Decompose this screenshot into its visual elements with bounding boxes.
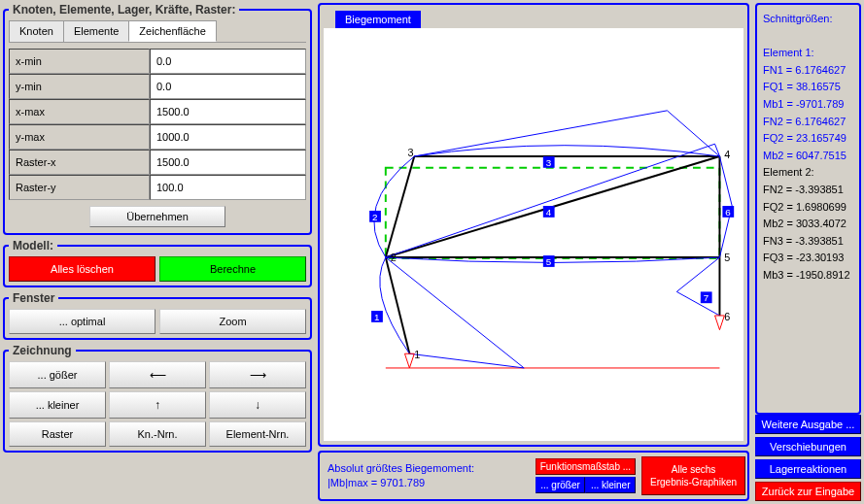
compute-button[interactable]: Berechne — [159, 256, 306, 282]
footer-bar: Absolut größtes Biegemoment: |Mb|max = 9… — [318, 451, 749, 501]
max-moment-readout: Absolut größtes Biegemoment: |Mb|max = 9… — [322, 461, 530, 491]
drawing-legend: Zeichnung — [9, 344, 76, 357]
svg-text:1: 1 — [414, 349, 420, 360]
results-panel: Schnittgrößen: Element 1: FN1 = 6.176462… — [755, 3, 861, 415]
arrow-right-icon: ⟶ — [250, 368, 266, 382]
zoom-button[interactable]: Zoom — [159, 309, 306, 334]
svg-text:1: 1 — [374, 312, 379, 322]
pan-right-button[interactable]: ⟶ — [209, 361, 306, 388]
element-numbers-button[interactable]: Element-Nrn. — [209, 421, 306, 447]
zeichenflaeche-form: x-min y-min x-max y-max Raster-x Raster-… — [9, 49, 306, 200]
input-xmax[interactable] — [150, 99, 306, 124]
main-legend: Knoten, Elemente, Lager, Kräfte, Raster: — [9, 3, 239, 17]
pan-left-button[interactable]: ⟵ — [109, 361, 206, 388]
model-legend: Modell: — [9, 239, 57, 252]
action-buttons: Weitere Ausgabe ... Verschiebungen Lager… — [755, 415, 861, 501]
tab-zeichenflaeche[interactable]: Zeichenfläche — [128, 20, 217, 42]
diagram-title: Biegemoment — [335, 11, 421, 28]
tab-bar: Knoten Elemente Zeichenfläche — [9, 20, 306, 43]
tab-knoten[interactable]: Knoten — [9, 20, 64, 42]
svg-text:5: 5 — [724, 252, 730, 263]
reactions-button[interactable]: Lagerreaktionen — [755, 459, 861, 479]
arrow-up-icon: ↑ — [155, 398, 160, 412]
function-scale-button[interactable]: Funktionsmaßstab ... — [536, 458, 636, 475]
svg-text:4: 4 — [546, 207, 552, 218]
arrow-down-icon: ↓ — [255, 398, 260, 412]
pan-down-button[interactable]: ↓ — [209, 391, 306, 419]
window-legend: Fenster — [9, 291, 58, 305]
tab-elemente[interactable]: Elemente — [63, 20, 129, 42]
svg-text:3: 3 — [407, 147, 413, 158]
svg-text:4: 4 — [724, 149, 730, 160]
svg-text:6: 6 — [725, 207, 731, 218]
apply-button[interactable]: Übernehmen — [89, 206, 225, 227]
arrow-left-icon: ⟵ — [150, 368, 166, 382]
smaller-button[interactable]: ... kleiner — [9, 391, 106, 419]
input-ymin[interactable] — [150, 74, 306, 99]
input-xmin[interactable] — [150, 49, 306, 74]
svg-line-2 — [386, 257, 410, 353]
drawing-panel: Zeichnung ... gößer ⟵ ⟶ ... kleiner ↑ ↓ … — [3, 344, 312, 453]
svg-text:2: 2 — [391, 252, 397, 263]
window-panel: Fenster ... optimal Zoom — [3, 291, 312, 340]
svg-text:3: 3 — [546, 157, 552, 168]
svg-line-3 — [386, 156, 414, 257]
model-panel: Modell: Alles löschen Berechne — [3, 239, 312, 287]
svg-text:5: 5 — [546, 256, 552, 267]
svg-text:6: 6 — [724, 311, 730, 322]
delete-all-button[interactable]: Alles löschen — [9, 256, 156, 282]
main-input-panel: Knoten, Elemente, Lager, Kräfte, Raster:… — [3, 3, 312, 235]
input-rasterx[interactable] — [150, 150, 306, 175]
pan-up-button[interactable]: ↑ — [109, 391, 206, 419]
label-ymax: y-max — [9, 124, 150, 150]
displacements-button[interactable]: Verschiebungen — [755, 437, 861, 456]
raster-button[interactable]: Raster — [9, 421, 106, 447]
label-rastery: Raster-y — [9, 175, 150, 200]
svg-text:2: 2 — [372, 212, 377, 222]
label-rasterx: Raster-x — [9, 150, 150, 175]
scale-bigger-button[interactable]: ... größer — [536, 477, 586, 493]
all-six-graphics-button[interactable]: Alle sechs Ergebnis-Graphiken — [641, 456, 745, 495]
optimal-button[interactable]: ... optimal — [9, 309, 156, 334]
canvas-panel: Biegemoment — [318, 3, 749, 447]
node-numbers-button[interactable]: Kn.-Nrn. — [109, 421, 206, 447]
bigger-button[interactable]: ... gößer — [9, 361, 106, 388]
label-ymin: y-min — [9, 74, 150, 99]
input-ymax[interactable] — [150, 124, 306, 150]
label-xmin: x-min — [9, 49, 150, 74]
input-rastery[interactable] — [150, 175, 306, 200]
results-readout: Schnittgrößen: Element 1: FN1 = 6.176462… — [761, 9, 855, 286]
svg-text:7: 7 — [704, 292, 708, 303]
scale-smaller-button[interactable]: ... kleiner — [585, 477, 636, 493]
more-output-button[interactable]: Weitere Ausgabe ... — [755, 415, 861, 434]
back-to-input-button[interactable]: Zurück zur Eingabe — [755, 482, 861, 501]
label-xmax: x-max — [9, 99, 150, 124]
diagram-canvas: 1 2 3 4 5 6 7 1 2 3 4 5 — [324, 28, 743, 441]
